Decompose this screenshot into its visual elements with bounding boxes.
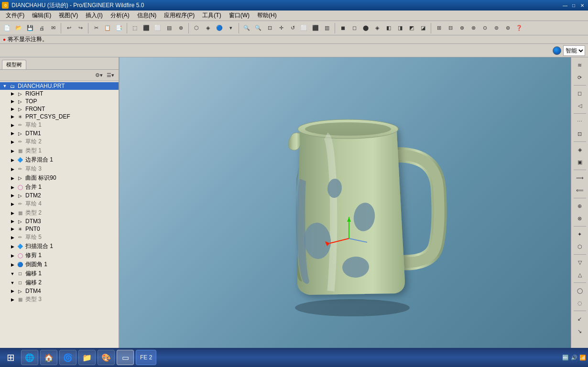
tree-expand-pnt0[interactable]: ▶ [10,226,15,232]
tree-item-sketch5[interactable]: ▶✏草绘 5 [0,233,119,242]
rt-btn-17[interactable]: ◯ [573,285,587,296]
tree-expand-dtm3[interactable]: ▶ [10,218,15,224]
rt-btn-15[interactable]: ▽ [573,257,587,268]
menu-file[interactable]: 文件(F) [2,11,28,21]
tree-expand-sketch3[interactable]: ▶ [10,166,15,172]
tree-expand-offset2[interactable]: ▼ [10,280,15,286]
volume-icon[interactable]: 🔊 [571,355,577,361]
feature3-button[interactable]: ⬜ [152,23,163,33]
tree-item-round1[interactable]: ▶🔵倒圆角 1 [0,260,119,269]
tree-expand-sketch4[interactable]: ▶ [10,201,15,207]
menu-edit[interactable]: 编辑(E) [28,11,55,21]
tree-expand-sketch2[interactable]: ▶ [10,139,15,145]
rt-btn-13[interactable]: ✦ [573,228,587,240]
taskbar-folder[interactable]: 📁 [78,350,96,365]
pan-button[interactable]: ✛ [276,23,286,33]
shade1-button[interactable]: ◼ [338,23,348,33]
shade3-button[interactable]: ⬤ [360,23,371,33]
rt-btn-8[interactable]: ▣ [573,156,587,168]
tree-settings-button[interactable]: ⚙▾ [94,70,104,81]
dropdown1-button[interactable]: ▾ [226,23,236,33]
keyboard-icon[interactable]: 🔤 [562,355,569,361]
tool8-button[interactable]: ❓ [514,23,524,33]
shade6-button[interactable]: ◨ [395,23,405,33]
taskbar-home[interactable]: 🏠 [40,350,57,365]
zoom-in-button[interactable]: 🔍 [241,23,252,33]
tree-item-sketch1[interactable]: ▶✏草绘 1 [0,120,119,130]
tree-item-sweep1[interactable]: ▶🔷扫描混合 1 [0,242,119,251]
tree-expand-merge1[interactable]: ▶ [10,184,15,190]
tool7-button[interactable]: ⊛ [502,23,513,33]
tool3-button[interactable]: ⊕ [457,23,467,33]
tree-item-offset1[interactable]: ▼□偏移 1 [0,269,119,278]
feature2-button[interactable]: ⬛ [141,23,152,33]
view4-button[interactable]: ⬜ [299,23,309,33]
new-button[interactable]: 📄 [2,23,12,33]
rt-btn-4[interactable]: ◁ [573,100,587,111]
viewport[interactable] [120,57,571,367]
rt-btn-12[interactable]: ⊗ [573,213,587,224]
view5-button[interactable]: ⬛ [310,23,321,33]
rt-btn-6[interactable]: ⊡ [573,128,587,140]
rt-btn-7[interactable]: ◈ [573,144,587,155]
taskbar-window[interactable]: ▭ [117,350,134,365]
menu-view[interactable]: 视图(V) [55,11,82,21]
taskbar-fe2[interactable]: FE 2 [136,350,156,365]
tree-item-root[interactable]: ▼🗂DIANCHAHU.PRT [0,82,119,90]
tree-expand-offset1[interactable]: ▼ [10,271,15,277]
shade5-button[interactable]: ◧ [383,23,394,33]
menu-info[interactable]: 信息(N) [133,11,161,21]
close-button[interactable]: ✕ [578,2,586,9]
tree-expand-surface90[interactable]: ▶ [10,175,15,181]
tree-item-front[interactable]: ▶▷FRONT [0,105,119,113]
tree-item-type3[interactable]: ▶▦类型 3 [0,295,119,304]
taskbar-paint[interactable]: 🎨 [98,350,115,365]
tree-expand-dtm4[interactable]: ▶ [10,288,15,294]
undo-button[interactable]: ↩ [64,23,74,33]
rt-btn-9[interactable]: ⟿ [573,172,587,184]
tree-item-type2[interactable]: ▶▦类型 2 [0,208,119,217]
shade4-button[interactable]: ◈ [372,23,382,33]
tree-item-pnt0[interactable]: ▶✳PNT0 [0,225,119,233]
rt-btn-18[interactable]: ◌ [573,297,587,309]
view3-button[interactable]: 🔵 [214,23,225,33]
rt-btn-1[interactable]: ≋ [573,59,587,71]
tree-item-dtm3[interactable]: ▶▷DTM3 [0,217,119,225]
tree-expand-prt_csys[interactable]: ▶ [10,114,15,119]
tree-expand-trim1[interactable]: ▶ [10,253,15,259]
menu-help[interactable]: 帮助(H) [253,11,281,21]
print-button[interactable]: 🖨 [36,23,47,33]
tree-item-sketch2[interactable]: ▶✏草绘 2 [0,137,119,146]
tree-expand-type1[interactable]: ▶ [10,148,15,154]
cut-button[interactable]: ✂ [91,23,101,33]
tree-item-offset2[interactable]: ▼□偏移 2 [0,278,119,287]
menu-insert[interactable]: 插入(I) [82,11,106,21]
tree-item-trim1[interactable]: ▶◯修剪 1 [0,251,119,260]
maximize-button[interactable]: □ [570,2,577,9]
paste-button[interactable]: 📑 [114,23,124,33]
feature1-button[interactable]: ⬚ [130,23,140,33]
rt-btn-14[interactable]: ⬡ [573,241,587,252]
rt-btn-11[interactable]: ⊕ [573,200,587,212]
redo-button[interactable]: ↪ [75,23,86,33]
tree-item-dtm4[interactable]: ▶▷DTM4 [0,287,119,295]
save-button[interactable]: 💾 [25,23,35,33]
view6-button[interactable]: ▥ [322,23,332,33]
zoom-out-button[interactable]: 🔍 [253,23,263,33]
tree-expand-dtm1[interactable]: ▶ [10,130,15,136]
tool2-button[interactable]: ⊟ [445,23,456,33]
view1-button[interactable]: ⬡ [191,23,202,33]
tree-expand-sweep1[interactable]: ▶ [10,244,15,249]
rt-btn-20[interactable]: ↘ [573,325,587,337]
tree-expand-top[interactable]: ▶ [10,98,15,104]
menu-window[interactable]: 窗口(W) [225,11,253,21]
start-button[interactable]: ⊞ [2,350,19,365]
tool6-button[interactable]: ⊚ [491,23,501,33]
copy-button[interactable]: 📋 [102,23,113,33]
tree-expand-front[interactable]: ▶ [10,106,15,112]
tree-expand-round1[interactable]: ▶ [10,262,15,268]
tree-expand-sketch1[interactable]: ▶ [10,122,15,128]
menu-tools[interactable]: 工具(T) [198,11,225,21]
rt-btn-10[interactable]: ⟸ [573,184,587,196]
tool4-button[interactable]: ⊗ [468,23,479,33]
